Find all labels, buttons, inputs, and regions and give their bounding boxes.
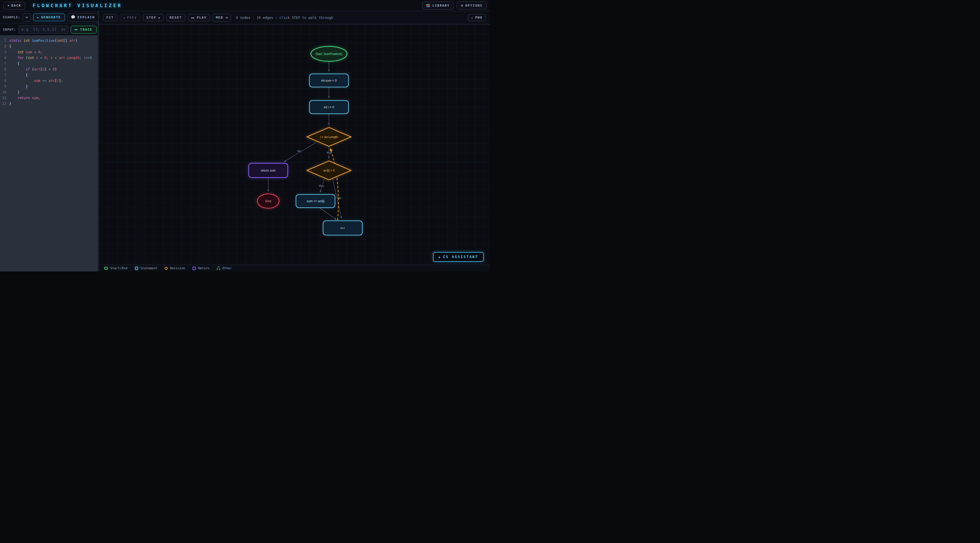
edge-s4-d1 [330, 149, 339, 220]
node-s3[interactable]: sum += arr[i] [296, 194, 335, 208]
node-label: int sum = 0 [321, 79, 337, 82]
canvas-toolbar: FIT ◀ PREV STEP ▶ RESET ▶▶ PLAY [99, 11, 490, 24]
line-number: 3 [0, 49, 9, 55]
status-text: 9 nodes · 10 edges — click STEP to walk … [236, 16, 333, 20]
line-number: 7 [0, 72, 9, 78]
sidebar: EXAMPLE: ▶ GENERATE EXPLAIN INPUT: [0, 11, 99, 272]
code-text: return sum; [9, 95, 40, 101]
diamond-icon: ◆ [438, 256, 440, 259]
code-line: 1static int SumPositive(int[] arr) [0, 38, 97, 43]
code-line: 2{ [0, 43, 97, 49]
png-export-button[interactable]: ↓ PNG [468, 14, 486, 21]
legend-item: Other [217, 266, 232, 270]
flowchart-svg: NoYesYesNo Start: SumPositive()int sum =… [99, 24, 490, 265]
edge-label-d1-d2: Yes [326, 151, 331, 154]
code-line: 6 if (arr[i] > 0) [0, 67, 97, 72]
decision-legend-icon [164, 266, 168, 270]
main-layout: EXAMPLE: ▶ GENERATE EXPLAIN INPUT: [0, 11, 490, 272]
example-label: EXAMPLE: [3, 16, 20, 19]
node-label: i++ [340, 226, 345, 230]
return-legend-icon [192, 267, 196, 270]
legend-label: Decision [170, 266, 185, 270]
input-label: INPUT: [3, 28, 16, 32]
code-line: 3 int sum = 0; [0, 49, 97, 55]
code-text: int sum = 0; [9, 49, 42, 55]
line-number: 8 [0, 78, 9, 84]
line-number: 4 [0, 55, 9, 61]
node-d2[interactable]: arr[i] > 0 [307, 161, 351, 180]
reset-button[interactable]: RESET [166, 14, 185, 21]
node-label: sum += arr[i] [307, 199, 325, 203]
legend: Start/EndStatementDecisionReturnOther [99, 265, 490, 272]
generate-button[interactable]: ▶ GENERATE [33, 13, 65, 21]
code-editor[interactable]: 1static int SumPositive(int[] arr)2{3 in… [0, 35, 97, 272]
line-number: 2 [0, 43, 9, 49]
line-number: 9 [0, 84, 9, 89]
node-end[interactable]: End [257, 194, 279, 208]
back-button[interactable]: ◀ BACK [3, 2, 25, 10]
options-label: OPTIONS [465, 4, 482, 8]
statement-legend-icon [135, 267, 138, 270]
node-label: i < arr.Length [320, 135, 338, 139]
fit-label: FIT [106, 16, 114, 19]
node-s1[interactable]: int sum = 0 [309, 74, 348, 87]
flowchart-canvas[interactable]: NoYesYesNo Start: SumPositive()int sum =… [99, 24, 490, 265]
node-d1[interactable]: i < arr.Length [307, 127, 351, 146]
options-button[interactable]: ⚙ OPTIONS [457, 2, 487, 10]
fit-button[interactable]: FIT [103, 14, 117, 21]
trace-button[interactable]: ▶▶ TRACE [71, 26, 97, 33]
node-s4[interactable]: i++ [323, 221, 363, 235]
legend-item: Statement [135, 266, 158, 270]
explain-button[interactable]: EXPLAIN [67, 13, 99, 22]
top-bar-actions: LIBRARY ⚙ OPTIONS [422, 2, 487, 10]
generate-label: GENERATE [41, 16, 61, 19]
speed-value: MED [216, 16, 223, 19]
code-text: } [9, 89, 19, 95]
back-label: BACK [11, 4, 21, 8]
library-label: LIBRARY [433, 4, 450, 8]
edge-label-d2-s4: No [337, 196, 341, 200]
fast-forward-icon: ▶▶ [75, 28, 78, 31]
legend-item: Start/End [104, 266, 127, 270]
code-line: 10 } [0, 89, 97, 95]
legend-label: Return [198, 266, 210, 270]
node-s2[interactable]: int i = 0 [309, 100, 348, 114]
node-r1[interactable]: return sum [249, 163, 288, 178]
prev-button[interactable]: ◀ PREV [120, 14, 140, 21]
line-number: 1 [0, 38, 9, 43]
code-text: for (int i = 0; i < arr.Length; i++) [9, 55, 92, 61]
step-label: STEP [146, 16, 156, 19]
node-start[interactable]: Start: SumPositive() [311, 46, 347, 61]
edge-s3-s4 [320, 208, 336, 220]
speech-bubble-icon [71, 15, 75, 20]
app-title: FLOWCHART VISUALIZER [33, 3, 123, 8]
example-row: EXAMPLE: ▶ GENERATE EXPLAIN [0, 11, 97, 24]
line-number: 10 [0, 89, 9, 95]
cs-assistant-button[interactable]: ◆ CS ASSISTANT [433, 252, 484, 262]
example-select[interactable] [23, 13, 31, 21]
chevron-down-icon [226, 16, 228, 19]
code-line: 5 { [0, 61, 97, 67]
code-text: { [9, 43, 11, 49]
code-text: } [9, 101, 11, 106]
code-text: static int SumPositive(int[] arr) [9, 38, 78, 43]
chevron-down-icon [25, 16, 29, 18]
node-label: arr[i] > 0 [323, 169, 335, 172]
other-legend-icon [217, 267, 220, 270]
legend-item: Decision [165, 266, 185, 270]
step-button[interactable]: STEP ▶ [143, 14, 164, 21]
top-bar: ◀ BACK FLOWCHART VISUALIZER LIBRARY ⚙ OP… [0, 0, 490, 11]
speed-select[interactable]: MED [213, 14, 231, 22]
back-icon: ◀ [8, 4, 9, 7]
trace-label: TRACE [80, 28, 92, 32]
play-fast-icon: ▶▶ [191, 16, 194, 19]
library-button[interactable]: LIBRARY [422, 2, 453, 10]
trace-input[interactable] [18, 25, 68, 33]
prev-icon: ◀ [123, 16, 125, 19]
legend-label: Statement [140, 266, 158, 270]
code-line: 9 } [0, 84, 97, 89]
node-label: Start: SumPositive() [315, 52, 342, 56]
play-button[interactable]: ▶▶ PLAY [188, 14, 210, 21]
code-line: 7 { [0, 72, 97, 78]
download-icon: ↓ [471, 16, 473, 19]
